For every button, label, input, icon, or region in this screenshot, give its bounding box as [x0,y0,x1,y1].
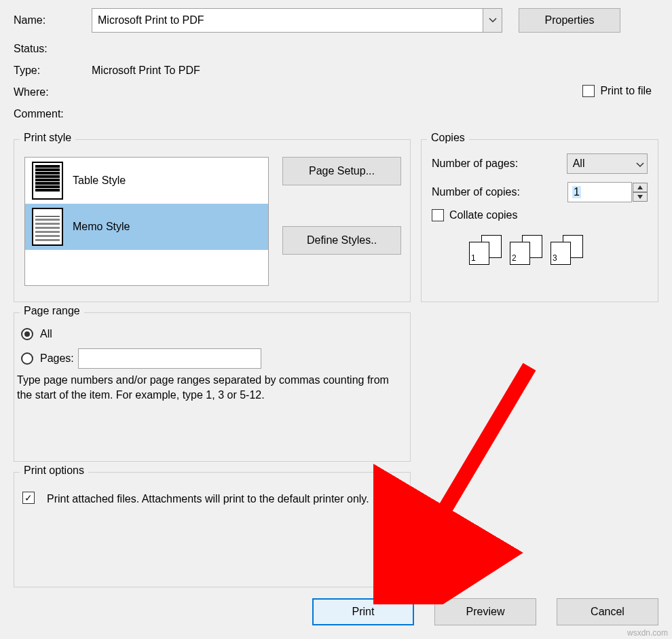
chevron-down-icon[interactable] [483,9,502,32]
num-copies-value: 1 [572,186,581,198]
page-stack-icon: 2 2 [510,235,542,265]
status-label: Status: [14,43,92,55]
page-range-group: Page range All Pages: Type page numbers … [14,312,411,462]
num-copies-input[interactable]: 1 [567,182,632,202]
copies-group: Copies Number of pages: All Number of co… [421,139,658,302]
print-style-group: Print style Table Style Memo Style [14,139,411,302]
print-style-list[interactable]: Table Style Memo Style [24,157,269,286]
radio-all[interactable] [21,328,33,340]
print-to-file-checkbox[interactable] [582,85,595,97]
printer-section: Name: Microsoft Print to PDF Properties … [0,0,672,125]
properties-button[interactable]: Properties [519,8,620,33]
chevron-down-icon [636,158,644,170]
print-dialog: Name: Microsoft Print to PDF Properties … [0,0,672,639]
preview-button[interactable]: Preview [434,598,536,625]
printer-name-value: Microsoft Print to PDF [98,14,204,26]
radio-pages[interactable] [21,352,33,365]
printer-name-label: Name: [14,14,92,26]
table-style-icon [32,162,63,200]
print-options-legend: Print options [20,464,88,477]
print-to-file-label: Print to file [600,85,652,97]
type-value: Microsoft Print To PDF [92,65,200,77]
num-pages-value: All [573,158,585,170]
collate-option[interactable]: Collate copies [432,209,648,221]
page-stack-icon: 1 1 [469,235,502,265]
print-attached-checkbox[interactable] [22,492,35,504]
radio-pages-label: Pages: [40,352,74,365]
comment-label: Comment: [14,108,92,120]
copies-legend: Copies [427,132,469,144]
collate-checkbox[interactable] [432,209,444,221]
style-item-table[interactable]: Table Style [25,158,268,204]
copies-spinner[interactable] [633,183,648,202]
watermark: wsxdn.com [627,628,668,638]
style-item-memo[interactable]: Memo Style [25,204,268,250]
page-range-hint: Type page numbers and/or page ranges sep… [17,373,403,402]
print-options-group: Print options Print attached files. Atta… [14,472,411,587]
print-style-legend: Print style [20,132,75,144]
style-item-label: Table Style [73,175,126,187]
pages-input[interactable] [78,348,261,369]
printer-name-select[interactable]: Microsoft Print to PDF [92,8,502,33]
num-copies-label: Number of copies: [432,186,567,198]
where-label: Where: [14,86,92,98]
print-to-file-option[interactable]: Print to file [582,85,652,97]
radio-all-label: All [40,328,52,340]
print-attached-option[interactable]: Print attached files. Attachments will p… [22,492,402,507]
dialog-buttons: Print Preview Cancel [312,598,658,625]
page-range-all-option[interactable]: All [21,324,403,344]
print-button[interactable]: Print [312,598,414,625]
type-label: Type: [14,65,92,77]
spinner-down-icon[interactable] [633,192,648,202]
collate-illustration: 1 1 2 2 3 3 [469,235,658,265]
svg-line-0 [400,367,529,584]
print-attached-label: Print attached files. Attachments will p… [47,492,369,507]
cancel-button[interactable]: Cancel [557,598,658,625]
spinner-up-icon[interactable] [633,183,648,192]
num-pages-label: Number of pages: [432,158,567,170]
define-styles-button[interactable]: Define Styles.. [282,226,401,255]
num-pages-select[interactable]: All [567,153,648,174]
page-range-legend: Page range [20,305,84,317]
memo-style-icon [32,208,63,246]
page-stack-icon: 3 3 [550,235,583,265]
collate-label: Collate copies [449,209,518,221]
style-item-label: Memo Style [73,221,130,233]
page-setup-button[interactable]: Page Setup... [282,157,401,185]
page-range-pages-option[interactable]: Pages: [21,348,403,369]
